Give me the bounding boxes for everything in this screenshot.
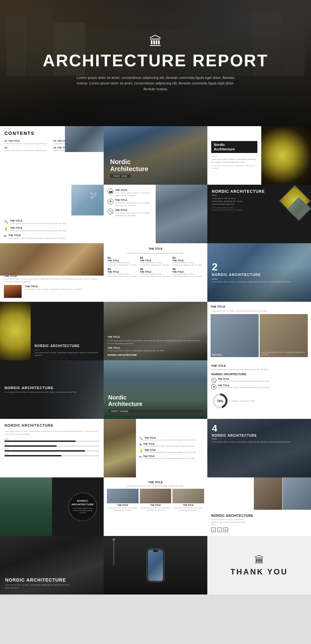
cam-body: Lorem ipsum dolor sit amet, consectetuer… [115,191,157,197]
contents-photo-bg [65,126,104,152]
icon-item-2: 💡 THE TITLE Lorem ipsum dolor sit amet, … [4,226,100,232]
nordic-2-label-box: NordicArchitecture [211,141,257,153]
col-photo-1 [107,489,139,503]
slide-statue: THE TITLE Lorem ipsum dolor sit amet, co… [104,302,207,360]
forest-photo [0,477,52,536]
num4-nordic: NORDIC ARCHITECTURE [212,434,306,437]
bar-label-2: 000 I [5,443,99,445]
slide-cover: 🏛 ARCHITECTURE REPORT Lorem ipsum dolor … [0,0,311,126]
num2-content: 2 NORDIC ARCHITECTURE Lorem ipsum dolor … [207,243,311,302]
num4-content: 4 NORDIC ARCHITECTURE Lorem ipsum dolor … [207,419,311,477]
two-photos-body: Lorem ipsum dolor sit amet, consectetuer… [211,310,308,312]
contents-item-2: 02. Lorem dolor sit amet, consectetuer a… [5,147,50,152]
bird-photo [71,185,104,215]
contents-item-1: 01. THE TITLE Lorem dolor sit amet, cons… [5,140,50,145]
circle-body: Lorem ipsum dolor sit amet, consectetuer… [72,507,93,514]
dark2-body: Lorem ipsum dolor sit amet, consectetuer… [5,391,99,393]
item-1-label: 01. THE TITLE [5,140,50,142]
slide-clock: NORDIC ARCHITECTURE Lorem ipsum dolor si… [0,302,104,360]
three-col-2: THE TITLE Lorem ipsum dolor sit amet, co… [140,489,171,511]
bar-bg-1 [5,441,99,442]
nordic-2-body: Lorem ipsum dolor sit amet, consectetuer… [211,158,257,164]
bar-row-2: 000 I [5,443,99,447]
slide-row-2: 🕊 🔍 THE TITLE Lorem ipsum dolor sit amet… [0,185,311,243]
donut-icon-2: ⚙ THE TITLE Lorem ipsum dolor sit amet, … [211,384,307,389]
donut-label-text: NORDIC ARCHITECTURE [232,400,255,402]
the-title-3-body: Lorem ipsum dolor sit amet, consectetuer… [8,237,66,239]
srch-title: THE TITLE [115,209,157,212]
search-icon-tram: 🔍 [139,437,143,440]
progress-nordic: NORDIC ARCHITECTURE [5,423,99,427]
num-06: 06 [172,267,203,271]
three-title-body: Lorem ipsum dolor sit amet, consectetuer… [107,485,204,487]
mountain-content: NordicArchitecture PART THREE [104,360,207,419]
three-col-1: THE TITLE Lorem ipsum dolor sit amet, co… [107,489,139,511]
tram-icon-1: 🔍 THE TITLE Lorem ipsum dolor sit amet, … [139,437,204,441]
grid-photo-1-label: THE TITLE [212,354,222,356]
slide-thank-you: 🏛 THANK YOU [207,536,311,595]
thank-you-text: THANK YOU [230,567,288,576]
bar-fill-3 [5,450,85,452]
lamp-head [113,539,115,540]
slide-row-3: THE TITLE Lorem ipsum dolor sit amet, co… [0,243,311,302]
tram-item-1: THE TITLE Lorem ipsum dolor sit amet, co… [144,437,197,441]
slide-tram: 🔍 THE TITLE Lorem ipsum dolor sit amet, … [104,419,207,477]
donut-settings-icon: ⚙ [211,384,216,389]
part-one-badge: PART ONE [110,174,130,178]
part-three-badge: PART THREE [108,409,203,413]
the-title-1: THE TITLE [10,219,67,222]
pencil-icon-1: ✏ [4,234,7,238]
grid-item-05: 05 THE TITLE Lorem ipsum dolor sit amet,… [140,267,171,278]
two-photos-title: THE TITLE [211,305,308,308]
clock-photo-2 [0,302,31,360]
donut-body: Lorem ipsum dolor sit amet, consectetuer… [211,368,307,371]
nordic-2-divider [211,156,217,157]
num-03: 03 [172,256,203,259]
slide-icon-list-2: 📷 THE TITLE Lorem ipsum dolor sit amet, … [104,185,207,243]
pencil-icon-tram: ✏ [139,455,142,459]
phone-body [147,548,164,582]
bar-label-1: 000 I [5,438,99,440]
ruin-photo [0,243,104,276]
seagull-icon: 🕊 [90,191,97,200]
slide-row-8: NORDIC ARCHITECTURE Lorem ipsum dolor si… [0,536,311,595]
slide-row-6: NORDIC ARCHITECTURE Lorem ipsum dolor si… [0,419,311,477]
icon-item-3: ✏ THE TITLE Lorem ipsum dolor sit amet, … [4,234,100,239]
search-item: 🔍 THE TITLE Lorem ipsum dolor sit amet, … [108,209,157,217]
plane-icon: ✈ [139,443,142,446]
num-04: 04 [108,267,139,271]
ruin-body-2: Lorem ipsum dolor sit amet, consectetuer… [25,288,82,290]
donut-item-2-text: THE TITLE Lorem ipsum dolor sit amet, co… [218,384,270,389]
clock-nordic: NORDIC ARCHITECTURE [35,344,100,348]
six-grid-items: 01 THE TITLE Lorem ipsum dolor sit amet,… [108,256,203,278]
tram-icon-4: ✏ THE TITLE Lorem ipsum dolor sit amet, … [139,455,204,460]
slide-number-4: 4 NORDIC ARCHITECTURE Lorem ipsum dolor … [207,419,311,477]
contents-photo [65,126,104,152]
the-title-1-body: Lorem ipsum dolor sit amet, consectetuer… [10,222,67,225]
donut-item-1-text: THE TITLE Lorem ipsum dolor sit amet, co… [218,378,270,382]
ruin-bottom-row: THE TITLE Lorem ipsum dolor sit amet, co… [4,285,100,298]
phone-notch [153,550,158,552]
statue-content: THE TITLE Lorem ipsum dolor sit amet, co… [104,302,207,360]
cover-subtitle: Lorem ipsum dolor sit amet, consectetuer… [72,75,240,92]
tram-photo [104,419,136,477]
cover-title: ARCHITECTURE REPORT [43,51,268,70]
bar-fill-1 [5,441,76,442]
tram-content: 🔍 THE TITLE Lorem ipsum dolor sit amet, … [136,419,207,477]
two-photos-content: THE TITLE Lorem ipsum dolor sit amet, co… [207,302,311,360]
donut-b1: Lorem ipsum dolor sit amet, consectetuer… [218,380,270,382]
icon-photos [254,477,311,510]
phone-screen [148,550,163,581]
num4-divider [212,439,217,439]
search-icon-1: 🔍 [4,220,8,224]
bar-fill-2 [5,445,57,447]
icon-photo-2 [283,477,311,510]
dark-body-2: Lorem ipsum dolor sit amet, consectetuer… [212,207,244,212]
tram-item-3: THE TITLE Lorem ipsum dolor sit amet, co… [144,449,197,453]
srch-body: Lorem ipsum dolor sit amet, consectetuer… [115,212,157,217]
statue-body: Lorem ipsum dolor sit amet, consectetuer… [108,339,203,345]
slide-contents: CONTENTS 01. THE TITLE Lorem dolor sit a… [0,126,104,185]
slide-nordic-2: NordicArchitecture Lorem ipsum dolor sit… [207,126,311,185]
donut-label: NORDIC ARCHITECTURE [232,400,255,402]
phone-wrapper [147,548,164,582]
